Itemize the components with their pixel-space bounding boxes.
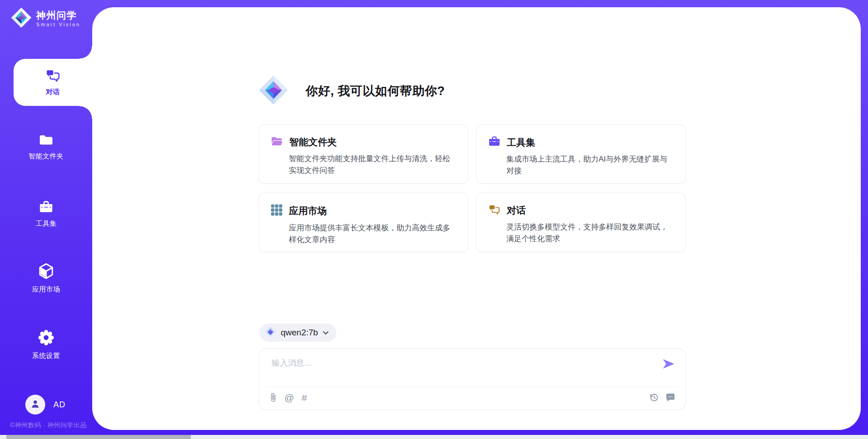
- sidebar-item-label: 系统设置: [32, 352, 60, 360]
- model-name: qwen2:7b: [281, 328, 318, 338]
- message-input[interactable]: [271, 357, 648, 384]
- horizontal-scrollbar-thumb[interactable]: [6, 435, 191, 439]
- card-description: 智能文件夹功能支持批量文件上传与清洗，轻松实现文件问答: [289, 153, 457, 177]
- user-account[interactable]: AD: [25, 395, 66, 415]
- feedback-button[interactable]: [665, 393, 675, 402]
- feature-card-chat[interactable]: 对话 灵活切换多模型文件，支持多样回复效果调试，满足个性化需求: [476, 193, 686, 252]
- brand-gem-icon: [11, 7, 32, 30]
- page-title: 你好, 我可以如何帮助你?: [306, 83, 445, 99]
- card-description: 应用市场提供丰富长文本模板，助力高效生成多样化文章内容: [289, 222, 457, 246]
- card-title: 对话: [507, 204, 526, 217]
- sidebar-item-label: 应用市场: [32, 285, 60, 294]
- send-icon: [662, 364, 675, 371]
- sidebar-item-app-market[interactable]: 应用市场: [0, 263, 92, 294]
- card-title: 应用市场: [289, 205, 327, 217]
- brand: 神州问学 Smart Vision: [11, 7, 80, 30]
- attach-button[interactable]: [270, 392, 277, 403]
- toolbox-icon: [488, 136, 500, 149]
- copyright: ©神州数码 · 神州问学出品: [10, 421, 87, 429]
- gem-icon: [259, 75, 288, 107]
- composer: @ #: [259, 348, 686, 410]
- chat-bubble-icon: [665, 393, 675, 402]
- history-icon: [649, 392, 659, 402]
- sidebar-item-label: 智能文件夹: [28, 152, 64, 161]
- tab-fillet-bottom: [80, 106, 92, 119]
- feature-cards: 智能文件夹 智能文件夹功能支持批量文件上传与清洗，轻松实现文件问答 工具集: [259, 124, 686, 252]
- main-content: 你好, 我可以如何帮助你? 智能文件夹 智能文件夹功能支持批量文件上传与清洗，轻…: [259, 7, 686, 430]
- folder-icon: [39, 134, 53, 148]
- send-button[interactable]: [662, 358, 675, 370]
- at-icon: @: [284, 393, 294, 402]
- mention-button[interactable]: @: [284, 393, 294, 402]
- horizontal-scrollbar-track[interactable]: [0, 435, 868, 439]
- toolbox-icon: [39, 200, 53, 215]
- paperclip-icon: [270, 392, 277, 403]
- greeting-block: 你好, 我可以如何帮助你?: [259, 75, 445, 107]
- person-icon: [30, 398, 41, 411]
- hash-icon: #: [302, 393, 307, 402]
- grid-icon: [271, 204, 283, 218]
- sidebar-item-smart-folder[interactable]: 智能文件夹: [0, 134, 92, 161]
- card-description: 灵活切换多模型文件，支持多样回复效果调试，满足个性化需求: [506, 221, 675, 245]
- tab-fillet-top: [80, 46, 92, 59]
- main-panel: 你好, 我可以如何帮助你? 智能文件夹 智能文件夹功能支持批量文件上传与清洗，轻…: [92, 7, 861, 430]
- brand-name: 神州问学: [36, 10, 80, 20]
- sidebar-item-settings[interactable]: 系统设置: [0, 329, 92, 360]
- sidebar-item-toolset[interactable]: 工具集: [0, 200, 92, 228]
- card-title: 工具集: [507, 136, 535, 149]
- sidebar: 神州问学 Smart Vision 对话 智能文件夹: [0, 0, 92, 439]
- card-description: 集成市场上主流工具，助力AI与外界无缝扩展与对接: [506, 153, 675, 177]
- model-selector[interactable]: qwen2:7b: [259, 324, 336, 342]
- folder-icon: [271, 136, 283, 148]
- user-initials: AD: [53, 400, 66, 410]
- feature-card-smart-folder[interactable]: 智能文件夹 智能文件夹功能支持批量文件上传与清洗，轻松实现文件问答: [259, 124, 468, 184]
- history-button[interactable]: [649, 392, 659, 402]
- chevron-down-icon: [323, 329, 329, 337]
- chat-icon: [488, 204, 500, 217]
- user-avatar[interactable]: [25, 395, 45, 415]
- gem-icon: [265, 326, 276, 339]
- chat-icon: [45, 69, 61, 84]
- brand-subtitle: Smart Vision: [36, 22, 80, 27]
- sidebar-item-label: 工具集: [36, 220, 57, 228]
- feature-card-app-market[interactable]: 应用市场 应用市场提供丰富长文本模板，助力高效生成多样化文章内容: [259, 193, 468, 252]
- card-title: 智能文件夹: [289, 136, 337, 148]
- sidebar-item-chat[interactable]: 对话: [14, 59, 92, 106]
- hash-button[interactable]: #: [302, 393, 307, 402]
- feature-card-toolset[interactable]: 工具集 集成市场上主流工具，助力AI与外界无缝扩展与对接: [476, 124, 686, 184]
- gear-icon: [38, 329, 54, 348]
- sidebar-item-label: 对话: [46, 88, 60, 96]
- cube-icon: [38, 263, 54, 281]
- composer-divider: [267, 387, 677, 387]
